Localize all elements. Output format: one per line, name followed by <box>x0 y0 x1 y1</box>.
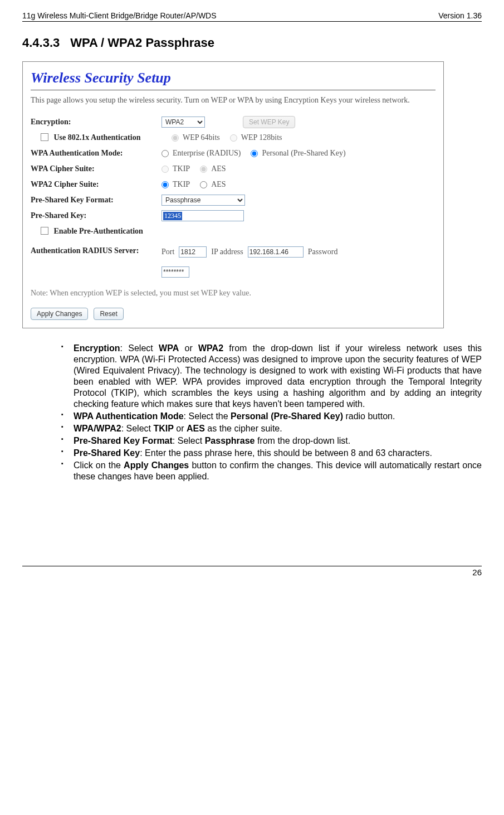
radius-ip-label: IP address <box>211 248 243 256</box>
wpa-aes-label: AES <box>211 164 226 173</box>
note-text: Note: When encryption WEP is selected, y… <box>31 289 436 298</box>
reset-button[interactable]: Reset <box>94 308 123 320</box>
use-8021x-label: Use 802.1x Authentication <box>41 133 172 142</box>
wpa2-cipher-label: WPA2 Cipher Suite: <box>31 180 162 189</box>
header-left: 11g Wireless Multi-Client Bridge/Bridge … <box>22 11 217 20</box>
section-number: 4.4.3.3 <box>22 36 67 50</box>
wpa-tkip-radio[interactable] <box>162 166 169 173</box>
encryption-label: Encryption: <box>31 118 162 127</box>
use-8021x-text: Use 802.1x Authentication <box>54 133 141 142</box>
page-header: 11g Wireless Multi-Client Bridge/Bridge … <box>22 11 482 22</box>
psk-format-select[interactable]: Passphrase <box>162 195 245 206</box>
wpa2-tkip-radio[interactable] <box>162 181 169 188</box>
header-right: Version 1.36 <box>438 11 482 20</box>
bullet-key: Pre-Shared Key: Enter the pass phrase he… <box>61 448 482 459</box>
bullet-auth: WPA Authentication Mode: Select the Pers… <box>61 411 482 422</box>
preauth-checkbox[interactable] <box>41 227 48 235</box>
panel-title: Wireless Security Setup <box>31 70 436 86</box>
preauth-text: Enable Pre-Authentication <box>54 227 143 235</box>
wpa2-aes-label: AES <box>211 180 226 189</box>
wep64-radio[interactable] <box>172 134 179 142</box>
wep128-label: WEP 128bits <box>241 133 282 142</box>
enterprise-radio[interactable] <box>162 150 169 157</box>
personal-radio[interactable] <box>251 150 258 157</box>
bullet-format: Pre-Shared Key Format: Select Passphrase… <box>61 435 482 447</box>
apply-changes-button[interactable]: Apply Changes <box>31 308 88 320</box>
preauth-label: Enable Pre-Authentication <box>41 227 143 236</box>
encryption-select[interactable]: WPA2 <box>162 117 205 128</box>
section-text: WPA / WPA2 Passphrase <box>70 36 214 50</box>
psk-input[interactable]: 12345 <box>162 210 244 221</box>
wpa-cipher-label: WPA Cipher Suite: <box>31 164 162 173</box>
wep64-label: WEP 64bits <box>183 133 220 142</box>
bullet-encryption: Encryption: Select WPA or WPA2 from the … <box>61 343 482 410</box>
wpa-tkip-label: TKIP <box>173 164 190 173</box>
set-wep-key-button[interactable]: Set WEP Key <box>243 116 295 128</box>
use-8021x-checkbox[interactable] <box>41 133 48 141</box>
psk-label: Pre-Shared Key: <box>31 211 162 220</box>
radius-label: Authentication RADIUS Server: <box>31 246 162 255</box>
wpa-auth-label: WPA Authentication Mode: <box>31 149 162 158</box>
radius-ip-input[interactable] <box>248 246 304 258</box>
psk-format-label: Pre-Shared Key Format: <box>31 196 162 205</box>
bullet-cipher: WPA/WPA2: Select TKIP or AES as the ciph… <box>61 423 482 434</box>
radius-pwd-input[interactable] <box>162 266 189 278</box>
radius-port-input[interactable] <box>179 246 207 258</box>
wpa-aes-radio[interactable] <box>200 166 207 173</box>
divider <box>31 90 436 90</box>
screenshot: Wireless Security Setup This page allows… <box>22 61 444 328</box>
psk-value: 12345 <box>163 212 182 220</box>
wpa2-aes-radio[interactable] <box>200 181 207 188</box>
bullet-list: Encryption: Select WPA or WPA2 from the … <box>39 343 482 482</box>
radius-pwd-label: Password <box>308 248 338 256</box>
wep128-radio[interactable] <box>230 134 237 142</box>
radius-port-label: Port <box>162 248 174 256</box>
page-number: 26 <box>22 566 482 577</box>
section-title: 4.4.3.3 WPA / WPA2 Passphrase <box>22 36 482 50</box>
bullet-apply: Click on the Apply Changes button to con… <box>61 460 482 482</box>
enterprise-label: Enterprise (RADIUS) <box>173 149 241 158</box>
personal-label: Personal (Pre-Shared Key) <box>262 149 345 158</box>
wpa2-tkip-label: TKIP <box>173 180 190 189</box>
panel-description: This page allows you setup the wireless … <box>31 96 436 105</box>
